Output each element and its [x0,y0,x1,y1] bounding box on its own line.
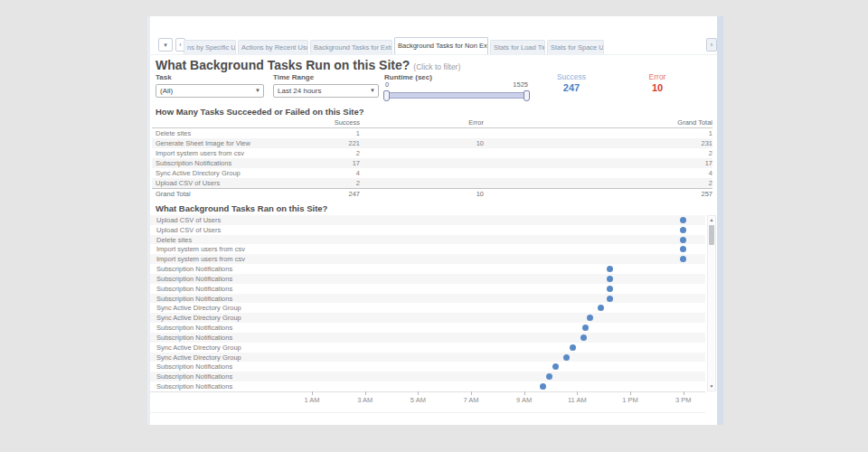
cell-task: Import system users from csv [152,148,315,158]
runtime-slider-track[interactable] [385,92,528,99]
task-mark-dot[interactable] [607,276,613,282]
task-mark-dot[interactable] [546,373,552,380]
summary-row[interactable]: Generate Sheet Image for View22110231 [152,138,712,148]
summary-row[interactable]: Delete sites11 [152,128,712,138]
timeline-chart: Upload CSV of UsersUpload CSV of UsersDe… [150,215,705,392]
timeline-section-title: What Background Tasks Ran on this Site? [156,203,327,213]
desktop-background: { "window": { "outer_bg": "#e5e5e5", "pa… [0,0,868,452]
axis-tick [471,391,472,395]
scrollbar-up-button[interactable]: ▲ [708,216,715,224]
task-mark-dot[interactable] [540,383,546,390]
task-filter-label: Task [156,73,172,81]
cell-task: Grand Total [152,189,315,199]
cell-error: 10 [360,189,484,199]
task-mark-dot[interactable] [680,237,686,243]
task-mark-dot[interactable] [680,227,686,233]
summary-table-body: Delete sites11Generate Sheet Image for V… [152,128,712,199]
x-axis: 1 AM3 AM5 AM7 AM9 AM11 AM1 PM3 PM [150,391,705,419]
tab-actions-by-recent-users[interactable]: Actions by Recent Users [238,40,308,54]
task-filter-select[interactable]: (All) ▼ [156,84,264,98]
summary-row[interactable]: Subscription Notifications1717 [152,158,712,168]
cell-error: 10 [360,138,484,148]
tab-stats-for-load-times[interactable]: Stats for Load Times [490,40,545,54]
summary-row[interactable]: Upload CSV of Users22 [152,178,712,188]
summary-section-title: How Many Tasks Succeeded or Failed on th… [156,107,364,117]
col-header-success: Success [315,118,360,127]
cell-task: Generate Sheet Image for View [152,138,315,148]
time-range-select[interactable]: Last 24 hours ▼ [273,84,379,98]
col-header-task [152,118,315,127]
dashboard-panel: ▾ ‹ ns by Specific UserActions by Recent… [147,16,717,425]
cell-success: 1 [315,128,360,138]
cell-task: Delete sites [152,128,315,138]
runtime-filter-label: Runtime (sec) [384,73,432,81]
axis-tick [524,391,525,395]
timeline-scrollbar[interactable]: ▲ ▼ [707,215,716,391]
task-mark-dot[interactable] [552,363,559,370]
summary-row[interactable]: Import system users from csv22 [152,148,712,158]
kpi-error[interactable]: Error 10 [626,72,689,93]
triangle-up-icon: ▲ [710,217,714,222]
kpi-success[interactable]: Success 247 [540,72,603,93]
cell-grand-total: 17 [484,158,712,168]
axis-tick [418,391,419,395]
axis-tick-label: 3 PM [665,396,702,404]
runtime-slider-max-handle[interactable] [524,90,530,101]
task-mark-dot[interactable] [680,217,686,223]
click-to-filter-hint: (Click to filter) [413,62,460,71]
runtime-slider-min-handle[interactable] [383,90,390,101]
runtime-min-value: 0 [385,80,389,89]
tab-ns-by-specific-user[interactable]: ns by Specific User [184,40,236,54]
runtime-max-value: 1525 [492,80,528,89]
task-mark-dot[interactable] [582,325,589,331]
triangle-down-icon: ▼ [710,383,714,389]
scroll-tabs-right-button[interactable]: › [706,38,717,52]
summary-header-row: Success Error Grand Total [152,118,712,128]
task-mark-dot[interactable] [587,315,593,321]
summary-row[interactable]: Sync Active Directory Group44 [152,168,712,178]
axis-tick-label: 3 AM [347,396,383,404]
task-mark-dot[interactable] [607,296,613,302]
cell-success: 247 [315,189,360,199]
tab-stats-for-space-usage[interactable]: Stats for Space Usage [547,40,604,54]
caret-down-icon: ▼ [370,85,375,97]
cell-error [360,168,484,178]
summary-grand-total-row[interactable]: Grand Total24710257 [152,188,712,199]
axis-tick-label: 9 AM [506,396,542,404]
cell-success: 17 [315,158,360,168]
axis-tick-label: 11 AM [559,396,595,404]
cell-success: 221 [315,138,360,148]
cell-task: Sync Active Directory Group [152,168,315,178]
task-mark-dot[interactable] [580,334,587,341]
kpi-error-value: 10 [626,82,689,93]
cell-success: 4 [315,168,360,178]
caret-down-icon: ▾ [164,42,167,48]
cell-grand-total: 1 [484,128,712,138]
time-range-filter-label: Time Range [273,73,314,81]
task-mark-dot[interactable] [607,286,613,292]
tab-background-tasks-for-extracts[interactable]: Background Tasks for Extracts [310,40,392,54]
tab-background-tasks-for-non-extracts[interactable]: Background Tasks for Non Extracts [394,37,488,54]
task-mark-dot[interactable] [680,256,686,262]
axis-tick-label: 7 AM [453,396,489,404]
caret-down-icon: ▼ [255,85,260,97]
dashboard-title: What Background Tasks Run on this Site?(… [156,58,460,72]
timeline-dots [150,215,705,391]
time-range-value: Last 24 hours [278,87,321,95]
kpi-success-value: 247 [540,82,603,93]
task-mark-dot[interactable] [607,266,613,272]
task-filter-value: (All) [160,87,173,95]
scrollbar-thumb[interactable] [709,225,714,245]
scrollbar-down-button[interactable]: ▼ [708,382,715,391]
task-mark-dot[interactable] [570,344,576,351]
kpi-success-label: Success [540,72,603,81]
task-mark-dot[interactable] [563,354,570,361]
task-mark-dot[interactable] [680,246,686,252]
cell-grand-total: 2 [484,148,712,158]
task-mark-dot[interactable] [598,305,604,311]
workbook-menu-button[interactable]: ▾ [158,38,173,52]
axis-tick [630,391,631,395]
chevron-right-icon: › [711,42,712,48]
col-header-error: Error [360,118,484,127]
cell-success: 2 [315,148,360,158]
